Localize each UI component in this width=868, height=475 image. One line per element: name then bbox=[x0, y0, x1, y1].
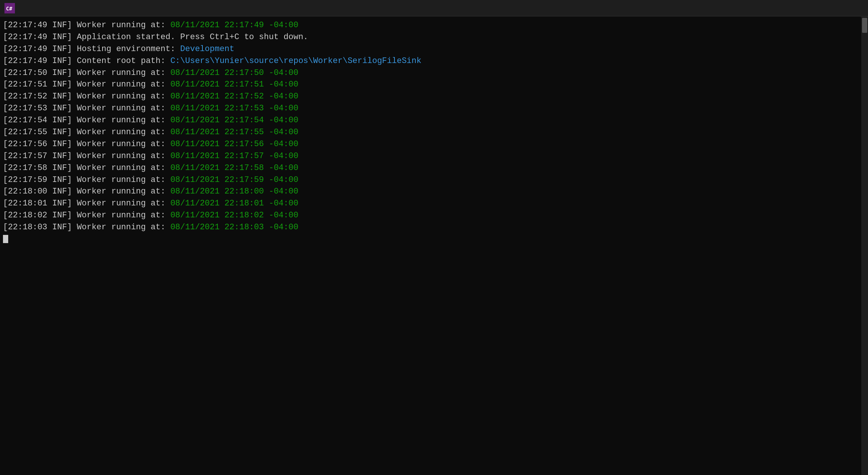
restore-button[interactable] bbox=[820, 0, 842, 16]
console-line: [22:17:58 INF] Worker running at: 08/11/… bbox=[3, 162, 859, 174]
console-line: [22:17:53 INF] Worker running at: 08/11/… bbox=[3, 103, 859, 114]
window-controls bbox=[799, 0, 864, 16]
console-window: C# [22:17:49 INF] Worker running at: 08/… bbox=[0, 0, 868, 475]
app-icon: C# bbox=[4, 3, 15, 13]
console-area: [22:17:49 INF] Worker running at: 08/11/… bbox=[0, 16, 868, 475]
console-line: [22:17:55 INF] Worker running at: 08/11/… bbox=[3, 126, 859, 138]
close-button[interactable] bbox=[842, 0, 864, 16]
title-bar: C# bbox=[0, 0, 868, 16]
minimize-button[interactable] bbox=[799, 0, 820, 16]
console-line: [22:17:49 INF] Application started. Pres… bbox=[3, 31, 859, 43]
console-line: [22:18:00 INF] Worker running at: 08/11/… bbox=[3, 186, 859, 198]
console-line: [22:17:51 INF] Worker running at: 08/11/… bbox=[3, 79, 859, 91]
console-line: [22:17:54 INF] Worker running at: 08/11/… bbox=[3, 114, 859, 126]
scrollbar-thumb[interactable] bbox=[862, 18, 867, 33]
console-line: [22:17:49 INF] Worker running at: 08/11/… bbox=[3, 19, 859, 31]
console-line: [22:17:50 INF] Worker running at: 08/11/… bbox=[3, 67, 859, 79]
console-line: [22:17:49 INF] Content root path: C:\Use… bbox=[3, 55, 859, 67]
scrollbar[interactable] bbox=[861, 16, 868, 475]
console-line: [22:18:03 INF] Worker running at: 08/11/… bbox=[3, 221, 859, 233]
console-line: [22:17:56 INF] Worker running at: 08/11/… bbox=[3, 138, 859, 150]
console-line: [22:18:02 INF] Worker running at: 08/11/… bbox=[3, 210, 859, 221]
svg-text:C#: C# bbox=[6, 6, 12, 12]
console-line: [22:18:01 INF] Worker running at: 08/11/… bbox=[3, 198, 859, 210]
console-line: [22:17:57 INF] Worker running at: 08/11/… bbox=[3, 150, 859, 162]
console-output[interactable]: [22:17:49 INF] Worker running at: 08/11/… bbox=[0, 16, 861, 475]
console-line: [22:17:49 INF] Hosting environment: Deve… bbox=[3, 43, 859, 55]
cursor-line bbox=[3, 233, 859, 245]
console-line: [22:17:59 INF] Worker running at: 08/11/… bbox=[3, 174, 859, 186]
console-line: [22:17:52 INF] Worker running at: 08/11/… bbox=[3, 91, 859, 103]
